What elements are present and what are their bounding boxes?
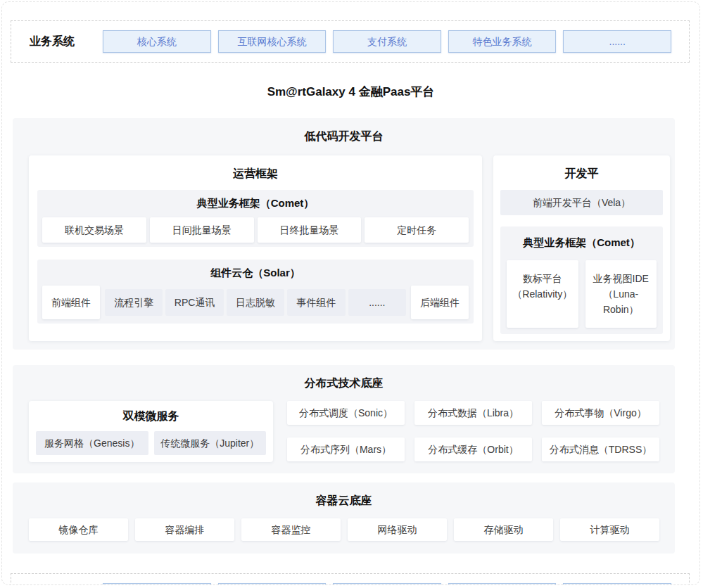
distributed-base-body: 双模微服务 服务网格（Genesis） 传统微服务（Jupiter） 分布式调度… — [29, 401, 659, 462]
container-cards-row: 镜像仓库 容器编排 容器监控 网络驱动 存储驱动 计算驱动 — [29, 518, 659, 541]
distributed-cards-grid: 分布式调度（Sonic） 分布式数据（Libra） 分布式事物（Virgo） 分… — [287, 401, 659, 462]
container-orchestration-card: 容器编排 — [135, 518, 234, 541]
storage-driver-card: 存储驱动 — [454, 518, 553, 541]
infra-virtual-machine: 虚拟机 — [218, 583, 327, 585]
comet-subpanel: 典型业务框架（Comet） 联机交易场景 日间批量场景 日终批量场景 定时任务 — [37, 190, 474, 247]
solar-chip-ellipsis: ...... — [348, 289, 406, 316]
distributed-scheduling-sonic-card: 分布式调度（Sonic） — [287, 401, 405, 425]
container-base-section: 容器云底座 镜像仓库 容器编排 容器监控 网络驱动 存储驱动 计算驱动 — [13, 482, 675, 554]
distributed-base-title: 分布式技术底座 — [13, 376, 675, 391]
infra-domestic-hardware: 国产化硬件 — [563, 583, 671, 585]
dual-mode-title: 双模微服务 — [36, 409, 266, 424]
dual-mode-microservice-panel: 双模微服务 服务网格（Genesis） 传统微服务（Jupiter） — [29, 401, 273, 462]
solar-chip-log-masking: 日志脱敏 — [227, 289, 284, 316]
relativity-card: 数标平台 （Relativity） — [507, 260, 578, 328]
distributed-base-section: 分布式技术底座 双模微服务 服务网格（Genesis） 传统微服务（Jupite… — [13, 365, 675, 473]
infra-physical-machine: 物理机 — [103, 583, 211, 585]
relativity-card-code: （Relativity） — [508, 286, 577, 302]
dev-comet-subpanel-title: 典型业务框架（Comet） — [507, 236, 657, 250]
comet-card-daytime-batch: 日间批量场景 — [150, 217, 254, 243]
comet-card-endofday-batch: 日终批量场景 — [258, 217, 362, 243]
compute-driver-card: 计算驱动 — [560, 518, 659, 541]
business-system-payment: 支付系统 — [333, 30, 441, 53]
business-system-core: 核心系统 — [103, 30, 211, 53]
comet-cards-row: 联机交易场景 日间批量场景 日终批量场景 定时任务 — [42, 217, 469, 243]
relativity-card-name: 数标平台 — [508, 271, 577, 286]
dev-platform-panel: 开发平 前端开发平台（Vela） 典型业务框架（Comet） 数标平台 （Rel… — [493, 155, 670, 341]
business-system-special: 特色业务系统 — [448, 30, 557, 53]
operation-framework-title: 运营框架 — [37, 167, 474, 181]
distributed-message-tdrss-card: 分布式消息（TDRSS） — [542, 437, 659, 461]
infrastructure-box: 基础设施 物理机 虚拟机 私有云 公有云 国产化硬件 — [11, 573, 690, 585]
solar-components-row: 前端组件 流程引擎 RPC通讯 日志脱敏 事件组件 ...... 后端组件 — [42, 286, 469, 319]
solar-backend-component: 后端组件 — [411, 286, 469, 319]
network-driver-card: 网络驱动 — [348, 518, 447, 541]
solar-chip-rpc: RPC通讯 — [165, 289, 223, 316]
luna-robin-card-code: （Luna-Robin） — [587, 286, 656, 317]
image-registry-card: 镜像仓库 — [29, 518, 128, 541]
solar-frontend-component: 前端组件 — [42, 286, 100, 319]
comet-subpanel-title: 典型业务框架（Comet） — [42, 197, 469, 210]
distributed-data-libra-card: 分布式数据（Libra） — [414, 401, 532, 425]
comet-card-online-trading: 联机交易场景 — [42, 217, 146, 243]
container-base-title: 容器云底座 — [13, 494, 675, 509]
infrastructure-row: 物理机 虚拟机 私有云 公有云 国产化硬件 — [103, 583, 671, 585]
vela-frontend-dev-platform: 前端开发平台（Vela） — [500, 190, 663, 215]
business-system-internet-core: 互联网核心系统 — [218, 30, 327, 53]
distributed-cache-orbit-card: 分布式缓存（Orbit） — [414, 437, 532, 461]
solar-subpanel-title: 组件云仓（Solar） — [42, 267, 469, 280]
business-systems-row: 核心系统 互联网核心系统 支付系统 特色业务系统 ...... — [103, 30, 671, 53]
operation-framework-panel: 运营框架 典型业务框架（Comet） 联机交易场景 日间批量场景 日终批量场景 … — [29, 155, 482, 341]
business-systems-label: 业务系统 — [30, 34, 103, 49]
luna-robin-card: 业务视图IDE （Luna-Robin） — [585, 260, 657, 328]
low-code-platform-body: 运营框架 典型业务框架（Comet） 联机交易场景 日间批量场景 日终批量场景 … — [13, 144, 675, 350]
business-systems-box: 业务系统 核心系统 互联网核心系统 支付系统 特色业务系统 ...... — [11, 20, 690, 63]
jupiter-microservice-chip: 传统微服务（Jupiter） — [154, 431, 267, 455]
infra-private-cloud: 私有云 — [333, 583, 441, 585]
container-monitoring-card: 容器监控 — [241, 518, 341, 541]
distributed-transaction-virgo-card: 分布式事物（Virgo） — [542, 401, 659, 425]
dev-comet-subpanel: 典型业务框架（Comet） 数标平台 （Relativity） 业务视图IDE … — [500, 226, 663, 334]
distributed-sequence-mars-card: 分布式序列（Mars） — [287, 437, 405, 461]
dev-comet-cards-row: 数标平台 （Relativity） 业务视图IDE （Luna-Robin） — [507, 260, 657, 328]
solar-subpanel: 组件云仓（Solar） 前端组件 流程引擎 RPC通讯 日志脱敏 事件组件 ..… — [37, 260, 474, 324]
solar-chips-group: 流程引擎 RPC通讯 日志脱敏 事件组件 ...... — [105, 289, 406, 316]
infra-public-cloud: 公有云 — [448, 583, 557, 585]
luna-robin-card-name: 业务视图IDE — [587, 271, 656, 286]
solar-chip-event-component: 事件组件 — [287, 289, 345, 316]
architecture-diagram: 业务系统 核心系统 互联网核心系统 支付系统 特色业务系统 ...... Sm@… — [1, 1, 700, 585]
dual-mode-chips-row: 服务网格（Genesis） 传统微服务（Jupiter） — [36, 431, 266, 455]
comet-card-scheduled-task: 定时任务 — [365, 217, 469, 243]
business-system-ellipsis: ...... — [563, 30, 671, 53]
solar-chip-process-engine: 流程引擎 — [105, 289, 163, 316]
low-code-platform-title: 低代码开发平台 — [13, 129, 675, 144]
low-code-platform-section: 低代码开发平台 运营框架 典型业务框架（Comet） 联机交易场景 日间批量场景… — [13, 118, 675, 350]
dev-platform-title: 开发平 — [500, 167, 663, 181]
genesis-service-mesh-chip: 服务网格（Genesis） — [36, 431, 148, 455]
page-title: Sm@rtGalaxy 4 金融Paas平台 — [2, 84, 699, 100]
